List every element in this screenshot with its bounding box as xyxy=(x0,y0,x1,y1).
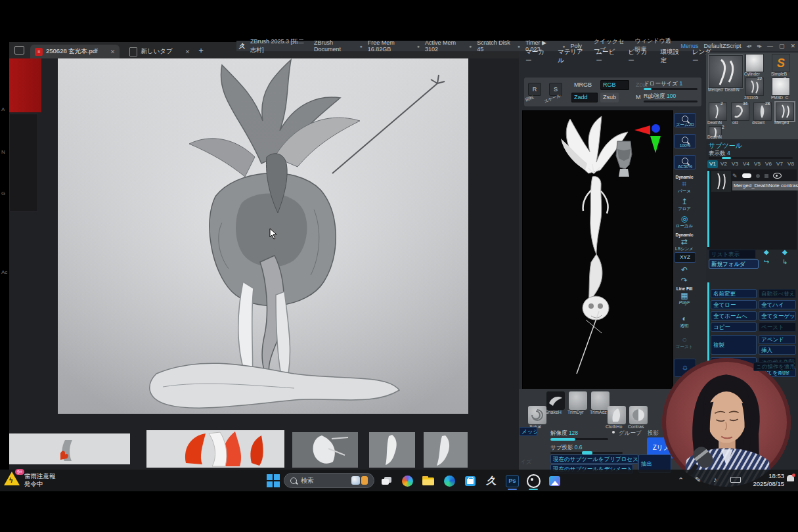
gizmo-x-axis-icon[interactable] xyxy=(634,125,650,135)
all-low-button[interactable]: 全てロー xyxy=(711,300,757,309)
rename-button[interactable]: 名前変更 xyxy=(711,289,757,298)
mrgb-button[interactable]: MRGB xyxy=(571,80,594,90)
new-folder-button[interactable]: 新規フォルダ xyxy=(709,259,759,269)
move-out-icon[interactable]: ↪ xyxy=(764,258,769,265)
m-button[interactable]: M xyxy=(633,93,644,102)
preprocess-button[interactable]: 現在のサブツールをプリプロセス xyxy=(550,454,638,464)
draw-size-slider[interactable] xyxy=(644,88,698,90)
task-view-button[interactable] xyxy=(378,473,394,489)
photos-icon[interactable] xyxy=(546,473,562,489)
tab-v1[interactable]: V1 xyxy=(707,160,718,168)
tab-v4[interactable]: V4 xyxy=(741,160,751,168)
close-button[interactable]: ✕ xyxy=(790,43,795,49)
tool-thumb-deathn[interactable] xyxy=(709,102,727,121)
paint-brush-icon[interactable]: ✎ xyxy=(732,173,738,179)
undo-button[interactable]: ↶ xyxy=(674,265,695,275)
append-button[interactable]: アペンド xyxy=(759,335,796,344)
tab-v3[interactable]: V3 xyxy=(730,160,740,168)
screen-recorder-icon[interactable] xyxy=(525,473,541,489)
brush-contrast[interactable] xyxy=(629,406,648,424)
polyframe-button[interactable]: Line Fill ▦ PolyF xyxy=(674,286,695,305)
pdf-page-thumbnail-red[interactable] xyxy=(9,58,41,112)
polypaint-icon[interactable] xyxy=(756,174,760,178)
actual-size-button[interactable]: 100% xyxy=(674,134,696,148)
aahalf-button[interactable]: AC50% xyxy=(674,155,696,169)
notification-bell-icon[interactable] xyxy=(787,475,794,481)
xyz-button[interactable]: XYZ xyxy=(674,252,696,263)
mesh-button[interactable]: メッシュ xyxy=(519,427,537,436)
tool-thumb-pm3d[interactable] xyxy=(772,78,790,96)
rotate-tool-icon[interactable]: R xyxy=(528,83,541,96)
edge-browser-icon[interactable] xyxy=(441,473,457,489)
rgb-button[interactable]: RGB xyxy=(600,80,629,90)
brush-trimdynamic[interactable] xyxy=(569,391,587,410)
new-tab-button[interactable]: + xyxy=(198,45,204,55)
tool-selected-thumb[interactable] xyxy=(709,55,743,88)
zoom2d-button[interactable]: ズーム2D xyxy=(674,113,696,127)
weather-widget[interactable]: ϟ 9+ 雷雨注意報 発令中 xyxy=(4,472,56,488)
zadd-button[interactable]: Zadd xyxy=(571,93,598,102)
all-home-button[interactable]: 全てホームへ xyxy=(711,311,757,321)
local-button[interactable]: ◎ ローカル xyxy=(674,214,695,228)
tab-v8[interactable]: V8 xyxy=(786,160,796,168)
scroll-right-icon[interactable]: ▪▸ xyxy=(757,43,762,49)
camview-head-icon[interactable] xyxy=(613,136,634,177)
filmstrip-thumb-1[interactable] xyxy=(9,433,130,464)
tab-v6[interactable]: V6 xyxy=(763,160,774,168)
gizmo-y-axis-icon[interactable] xyxy=(650,136,661,153)
tab-new[interactable]: 新しいタブ ✕ xyxy=(125,45,194,58)
subtool-item-thumb[interactable] xyxy=(711,171,731,192)
duplicate-button[interactable]: 複製 xyxy=(711,335,757,355)
move-in-icon[interactable]: ↳ xyxy=(782,258,787,265)
tab-close-icon[interactable]: ✕ xyxy=(185,49,190,55)
tab-v7[interactable]: V7 xyxy=(774,160,785,168)
menu-marker[interactable]: マーカー xyxy=(525,48,549,65)
insert-button[interactable]: 挿入 xyxy=(759,345,796,355)
tab-close-icon[interactable]: ✕ xyxy=(110,49,116,55)
tool-thumb-cylinder[interactable] xyxy=(745,54,764,72)
subtool-scrollbar[interactable] xyxy=(707,171,709,247)
auto-reorder-button[interactable]: 自動並べ替え xyxy=(759,289,796,298)
photoshop-icon[interactable]: Ps xyxy=(504,473,520,489)
tab-v5[interactable]: V5 xyxy=(752,160,763,168)
tray-chevron-icon[interactable]: ⌃ xyxy=(678,476,684,485)
menu-movie[interactable]: ムービー xyxy=(596,48,619,65)
move-down-icon[interactable]: ◆ xyxy=(782,248,787,255)
list-view-button[interactable]: リスト表示 xyxy=(709,250,756,259)
rgb-intensity-slider[interactable] xyxy=(644,100,698,102)
zbrush-document-canvas[interactable] xyxy=(522,110,673,390)
subtool-scrollbar-2[interactable] xyxy=(707,282,709,368)
copilot-icon[interactable] xyxy=(399,473,415,489)
pdf-page-thumbnail-dark[interactable] xyxy=(9,114,38,211)
copy-button[interactable]: コピー xyxy=(711,322,757,332)
brush-cloth[interactable] xyxy=(608,406,626,424)
battery-icon[interactable] xyxy=(730,477,741,483)
stylus-icon[interactable]: ✎ xyxy=(695,476,701,484)
zsub-button[interactable]: Zsub xyxy=(600,93,619,102)
group-label[interactable]: グループ xyxy=(619,430,642,437)
all-high-button[interactable]: 全てハイ xyxy=(759,300,796,309)
gizmo-z-axis-icon[interactable] xyxy=(652,124,660,133)
tab-v2[interactable]: V2 xyxy=(719,160,729,168)
menu-material[interactable]: マテリアル xyxy=(558,48,587,65)
dynamic-lsym-button[interactable]: Dynamic ⇄ LSシンメ xyxy=(674,233,695,251)
apply-operation-button[interactable]: この操作を適用 xyxy=(753,362,794,371)
brush-snakehook[interactable] xyxy=(546,391,565,410)
radial-dot-icon[interactable] xyxy=(612,431,615,433)
all-target-button[interactable]: 全てターゲットへ xyxy=(759,311,796,321)
search-box[interactable]: 検索 xyxy=(284,473,374,488)
microsoft-store-icon[interactable] xyxy=(462,473,478,489)
menu-picker[interactable]: ピッカー xyxy=(628,48,652,65)
tab-list-icon[interactable] xyxy=(14,46,24,55)
visibility-toggle-icon[interactable] xyxy=(742,173,751,178)
dynamic-persp-button[interactable]: Dynamic ⌗ パース xyxy=(674,175,695,193)
clock[interactable]: 18:53 2025/08/15 xyxy=(747,472,784,488)
brush-trimadaptive[interactable] xyxy=(591,391,610,410)
brush-spiral[interactable] xyxy=(528,406,546,424)
start-button[interactable] xyxy=(265,473,281,489)
transparency-button[interactable]: ◐ 透明 xyxy=(674,314,695,328)
file-explorer-icon[interactable] xyxy=(420,473,436,489)
uv-icon[interactable] xyxy=(765,174,768,178)
paste-button[interactable]: ペースト xyxy=(759,322,796,332)
menu-preferences[interactable]: 環境設定 xyxy=(660,48,684,65)
